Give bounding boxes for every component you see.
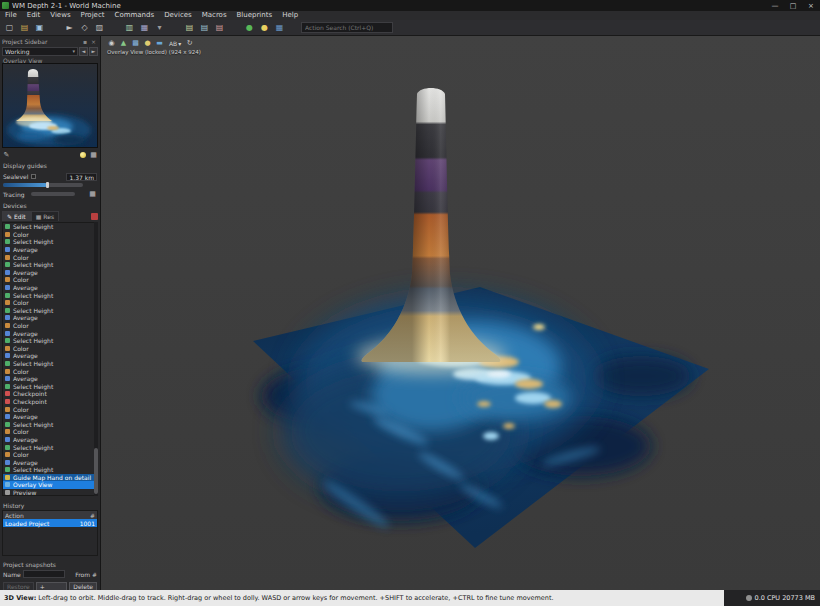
device-item[interactable]: Select Height [3, 360, 97, 368]
texture-display-icon[interactable]: ▩ [130, 38, 141, 48]
viewport-3d[interactable]: ◉▲▩●▬ AB ▾ ↻ Overlay View (locked) (924 … [101, 36, 820, 590]
menu-item[interactable]: Project [76, 11, 110, 20]
preview-thumbnail[interactable] [2, 63, 98, 148]
device-item[interactable]: Average [3, 436, 97, 444]
separator[interactable] [168, 22, 181, 34]
device-item[interactable]: Select Height [3, 337, 97, 345]
terrain-display-icon[interactable]: ▲ [118, 38, 129, 48]
device-item[interactable]: Select Height [3, 223, 97, 231]
world-build-icon[interactable]: ● [243, 22, 256, 34]
device-item[interactable]: Average [3, 246, 97, 254]
device-item[interactable]: Color [3, 367, 97, 375]
device-item[interactable]: Color [3, 299, 97, 307]
menu-item[interactable]: Edit [22, 11, 46, 20]
device-list-scrollbar[interactable] [94, 222, 98, 496]
device-item[interactable]: Average [3, 314, 97, 322]
light-toggle-icon[interactable] [80, 152, 86, 158]
tab-res[interactable]: ▦ Res [31, 211, 59, 221]
lighting-icon[interactable]: ● [142, 38, 153, 48]
tracing-options-icon[interactable]: ▦ [88, 190, 97, 199]
separator[interactable] [108, 22, 121, 34]
menu-item[interactable]: Commands [110, 11, 160, 20]
device-item[interactable]: Color [3, 231, 97, 239]
device-item[interactable]: Average [3, 329, 97, 337]
device-item[interactable]: Average [3, 375, 97, 383]
pin-icon[interactable]: ▪ [81, 38, 89, 45]
device-item[interactable]: Average [3, 284, 97, 292]
sealevel-checkbox[interactable] [31, 174, 36, 179]
device-item-label: Select Height [13, 444, 53, 451]
layout-grid-icon[interactable]: ▦ [138, 22, 151, 34]
layout-page-icon[interactable]: ▤ [213, 22, 226, 34]
new-project-icon[interactable]: ▢ [3, 22, 16, 34]
device-item[interactable]: Color [3, 276, 97, 284]
next-view-button[interactable]: ► [89, 47, 98, 56]
lighting-sun-icon[interactable]: ● [258, 22, 271, 34]
device-item[interactable]: Color [3, 451, 97, 459]
device-error-indicator-icon[interactable] [91, 213, 98, 220]
sealevel-value[interactable]: 1.37 km [66, 173, 97, 181]
camera-icon[interactable]: ◉ [106, 38, 117, 48]
prev-view-button[interactable]: ◄ [79, 47, 88, 56]
sealevel-slider[interactable] [3, 183, 83, 187]
separator[interactable] [228, 22, 241, 34]
history-row[interactable]: Loaded Project 1001 [3, 519, 97, 527]
device-item[interactable]: Average [3, 458, 97, 466]
device-item[interactable]: Color [3, 405, 97, 413]
menu-item[interactable]: Help [277, 11, 303, 20]
device-item[interactable]: Guide Map Hand on detail [3, 474, 97, 482]
layout-view-icon[interactable]: ▥ [123, 22, 136, 34]
macro-page-icon[interactable]: ▤ [183, 22, 196, 34]
device-item[interactable]: Select Height [3, 307, 97, 315]
device-item[interactable]: Checkpoint [3, 390, 97, 398]
minimize-button[interactable]: — [766, 0, 784, 11]
select-tool-icon[interactable]: ► [63, 22, 76, 34]
separator[interactable] [48, 22, 61, 34]
view-options-icon[interactable]: ▦ [89, 151, 98, 160]
device-item[interactable]: Select Height [3, 443, 97, 451]
menu-item[interactable]: Macros [197, 11, 232, 20]
pencil-icon[interactable]: ✎ [2, 151, 11, 160]
blueprint-icon[interactable]: ▦ [273, 22, 286, 34]
device-item[interactable]: Color [3, 428, 97, 436]
link-tool-icon[interactable]: ◇ [78, 22, 91, 34]
device-item[interactable]: Select Height [3, 382, 97, 390]
menu-item[interactable]: Devices [159, 11, 197, 20]
device-item[interactable]: Color [3, 345, 97, 353]
device-item[interactable]: Preview [3, 489, 97, 496]
device-item[interactable]: Checkpoint [3, 398, 97, 406]
maximize-button[interactable]: □ [784, 0, 802, 11]
ab-compare-control[interactable]: AB ▾ [169, 40, 181, 47]
snapshot-name-input[interactable] [23, 570, 65, 578]
working-dropdown[interactable]: Working ▾ [2, 47, 78, 56]
close-sidebar-icon[interactable]: × [89, 38, 98, 45]
tracing-slider[interactable] [31, 192, 75, 196]
water-display-icon[interactable]: ▬ [154, 38, 165, 48]
device-item[interactable]: Select Height [3, 420, 97, 428]
device-item[interactable]: Average [3, 269, 97, 277]
tiled-build-icon[interactable]: ▤ [198, 22, 211, 34]
close-button[interactable]: × [802, 0, 820, 11]
tab-edit[interactable]: ✎ Edit [2, 211, 31, 221]
layout-dropdown-icon[interactable]: ▾ [153, 22, 166, 34]
action-search-input[interactable] [301, 22, 393, 33]
reset-camera-icon[interactable]: ↻ [184, 38, 195, 48]
device-item[interactable]: Select Height [3, 466, 97, 474]
device-item[interactable]: Average [3, 352, 97, 360]
wire-tool-icon[interactable]: ▨ [93, 22, 106, 34]
device-item[interactable]: Select Height [3, 261, 97, 269]
device-type-icon [5, 490, 10, 495]
device-item[interactable]: Overlay View [3, 481, 97, 489]
save-project-icon[interactable]: ▣ [33, 22, 46, 34]
sealevel-row: Sealevel 1.37 km [3, 172, 97, 181]
open-project-icon[interactable]: ▤ [18, 22, 31, 34]
menu-item[interactable]: Views [45, 11, 75, 20]
device-item[interactable]: Select Height [3, 291, 97, 299]
history-action: Loaded Project [5, 520, 49, 527]
device-item[interactable]: Color [3, 253, 97, 261]
device-item[interactable]: Average [3, 413, 97, 421]
menu-item[interactable]: File [0, 11, 22, 20]
menu-item[interactable]: Blueprints [232, 11, 278, 20]
device-item[interactable]: Select Height [3, 238, 97, 246]
device-item[interactable]: Color [3, 322, 97, 330]
